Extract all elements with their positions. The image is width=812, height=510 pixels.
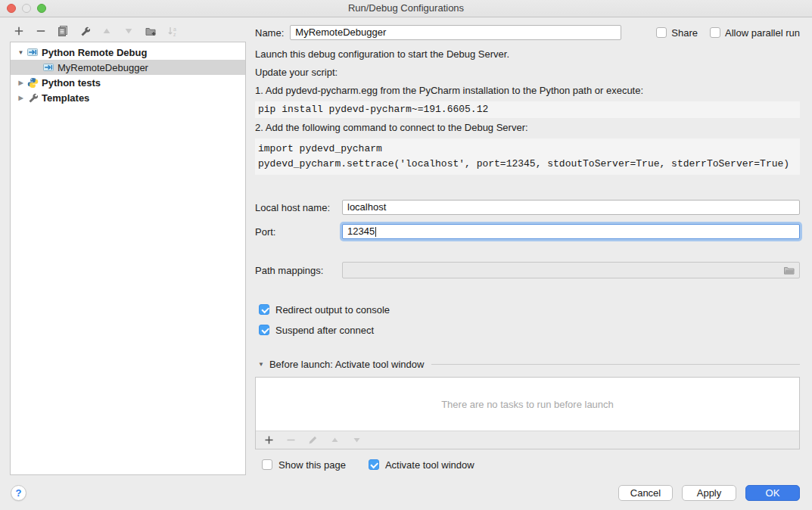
configuration-editor: Name: MyRemoteDebugger Share Allow paral…: [255, 17, 800, 472]
share-label: Share: [671, 27, 698, 39]
before-launch-header[interactable]: ▼ Before launch: Activate tool window: [255, 358, 800, 370]
zoom-window-icon[interactable]: [37, 4, 46, 13]
folder-browse-icon[interactable]: [783, 265, 795, 279]
new-folder-icon[interactable]: [145, 25, 157, 37]
path-mappings-label: Path mappings:: [255, 265, 342, 276]
chevron-down-icon[interactable]: ▼: [258, 361, 264, 368]
title-bar: Run/Debug Configurations: [0, 0, 812, 17]
tasks-toolbar: [256, 431, 799, 449]
tree-item-python-tests[interactable]: ▶ Python tests: [11, 75, 245, 90]
cancel-button[interactable]: Cancel: [618, 485, 673, 501]
port-label: Port:: [255, 226, 342, 238]
settrace-code-line2: pydevd_pycharm.settrace('localhost', por…: [258, 157, 797, 172]
allow-parallel-run-checkbox[interactable]: [710, 27, 720, 38]
remote-debug-config-icon: [26, 46, 39, 58]
copy-icon[interactable]: [57, 25, 69, 37]
dialog-buttons: Cancel Apply OK: [618, 485, 800, 501]
header-divider: [431, 364, 800, 365]
chevron-down-icon[interactable]: ▼: [16, 49, 26, 56]
local-host-input[interactable]: localhost: [342, 200, 800, 215]
local-host-row: Local host name: localhost: [255, 200, 800, 215]
tree-item-myremotedebugger[interactable]: MyRemoteDebugger: [11, 60, 245, 75]
wrench-icon: [26, 92, 39, 104]
apply-button[interactable]: Apply: [682, 485, 736, 501]
move-down-icon[interactable]: [123, 25, 135, 37]
empty-tasks-message: There are no tasks to run before launch: [256, 378, 799, 431]
redirect-output-checkbox[interactable]: [259, 304, 269, 315]
before-launch-tasks-panel: There are no tasks to run before launch: [255, 377, 800, 449]
update-script-text: Update your script:: [255, 67, 800, 79]
port-value: 12345: [347, 225, 375, 238]
path-mappings-row: Path mappings:: [255, 262, 800, 278]
show-this-page-checkbox[interactable]: [262, 459, 272, 470]
intro-text: Launch this debug configuration to start…: [255, 48, 800, 61]
activate-tool-window-checkbox[interactable]: [369, 459, 379, 470]
settrace-code: import pydevd_pycharm pydevd_pycharm.set…: [255, 138, 800, 175]
window-title: Run/Debug Configurations: [348, 2, 464, 14]
help-label: ?: [16, 487, 22, 499]
add-task-icon[interactable]: [263, 434, 275, 446]
svg-text:z: z: [173, 32, 176, 37]
minimize-window-icon[interactable]: [22, 4, 31, 13]
remove-icon[interactable]: [35, 25, 47, 37]
python-icon: [26, 76, 39, 89]
share-checkbox[interactable]: [656, 27, 667, 38]
chevron-right-icon[interactable]: ▶: [16, 95, 26, 101]
step2-text: 2. Add the following command to connect …: [255, 122, 800, 134]
local-host-label: Local host name:: [255, 202, 342, 213]
close-window-icon[interactable]: [7, 4, 16, 13]
tree-item-templates[interactable]: ▶ Templates: [11, 90, 245, 105]
step1-text: 1. Add pydevd-pycharm.egg from the PyCha…: [255, 85, 800, 97]
configurations-tree: ▼ Python Remote Debug MyRemoteDebugger ▶: [10, 42, 246, 475]
port-row: Port: 12345: [255, 223, 800, 240]
svg-text:a: a: [173, 26, 176, 32]
move-task-up-icon[interactable]: [328, 434, 341, 446]
name-label: Name:: [255, 27, 284, 39]
tree-item-label: Templates: [42, 92, 89, 104]
pip-install-code: pip install pydevd-pycharm~=191.6605.12: [255, 101, 800, 118]
suspend-after-connect-label: Suspend after connect: [275, 325, 374, 336]
redirect-output-checkbox-row[interactable]: Redirect output to console: [255, 302, 800, 317]
remove-task-icon[interactable]: [285, 434, 297, 446]
show-this-page-label: Show this page: [278, 459, 346, 471]
sort-alphabetically-icon[interactable]: a z: [166, 25, 179, 37]
add-icon[interactable]: [13, 25, 25, 37]
ok-button[interactable]: OK: [745, 485, 800, 501]
name-value: MyRemoteDebugger: [295, 26, 386, 38]
move-up-icon[interactable]: [101, 25, 113, 37]
redirect-output-label: Redirect output to console: [275, 304, 390, 316]
help-button[interactable]: ?: [11, 485, 26, 501]
tree-item-label: MyRemoteDebugger: [58, 62, 148, 73]
port-input[interactable]: 12345: [342, 224, 800, 239]
edit-task-icon[interactable]: [306, 434, 319, 446]
name-row: Name: MyRemoteDebugger Share Allow paral…: [255, 25, 800, 40]
suspend-after-connect-checkbox[interactable]: [259, 325, 269, 335]
settrace-code-line1: import pydevd_pycharm: [258, 141, 797, 157]
local-host-value: localhost: [347, 201, 386, 213]
edit-templates-icon[interactable]: [79, 25, 91, 37]
traffic-lights: [7, 4, 46, 13]
remote-debug-config-icon: [42, 61, 54, 73]
move-task-down-icon[interactable]: [350, 434, 362, 446]
page-options-row: Show this page Activate tool window: [255, 457, 800, 472]
tree-item-label: Python Remote Debug: [42, 47, 147, 58]
before-launch-title: Before launch: Activate tool window: [269, 359, 425, 370]
suspend-after-connect-checkbox-row[interactable]: Suspend after connect: [255, 322, 800, 337]
tree-item-python-remote-debug[interactable]: ▼ Python Remote Debug: [11, 45, 245, 60]
configurations-toolbar: a z: [13, 24, 179, 38]
activate-tool-window-label: Activate tool window: [385, 459, 474, 471]
chevron-right-icon[interactable]: ▶: [16, 79, 26, 86]
allow-parallel-run-checkbox-row[interactable]: Allow parallel run: [710, 27, 800, 39]
tree-item-label: Python tests: [42, 77, 101, 89]
allow-parallel-run-label: Allow parallel run: [725, 27, 800, 39]
name-input[interactable]: MyRemoteDebugger: [290, 25, 621, 40]
text-caret: [375, 227, 376, 237]
share-checkbox-row[interactable]: Share: [656, 27, 698, 39]
path-mappings-input[interactable]: [342, 262, 800, 278]
